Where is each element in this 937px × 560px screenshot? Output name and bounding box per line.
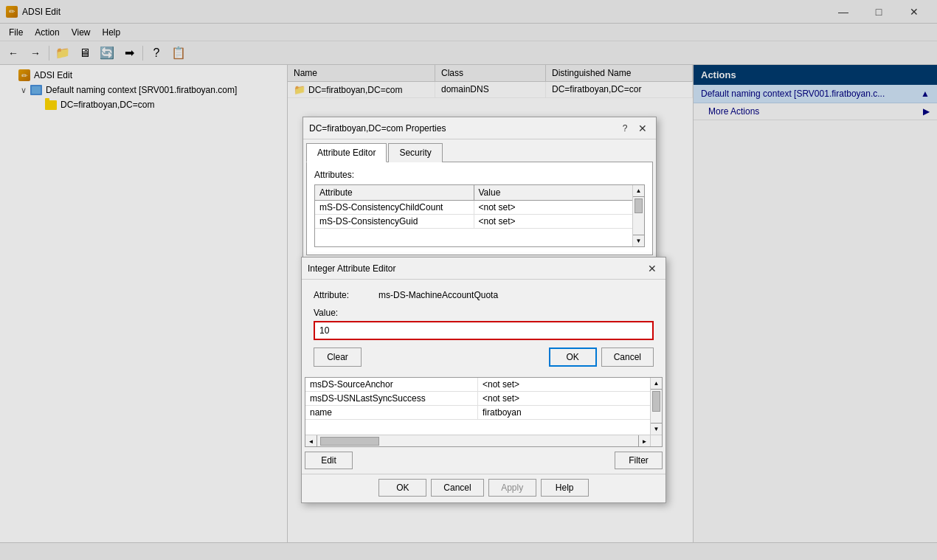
attrs-scrollbar-y[interactable]: ▲ ▼	[632, 185, 644, 246]
scroll-corner	[650, 435, 662, 446]
edit-button[interactable]: Edit	[305, 452, 353, 469]
scrollbar-track	[633, 197, 644, 235]
properties-dialog: DC=firatboyan,DC=com Properties ? ✕ Attr…	[302, 117, 657, 259]
lower-h-thumb	[320, 437, 379, 446]
attrs-cell-attr-2: mS-DS-ConsistencyGuid	[315, 215, 474, 228]
int-cell-val-3: firatboyan	[478, 406, 650, 419]
clear-button[interactable]: Clear	[314, 348, 362, 367]
int-dialog-title: Integer Attribute Editor	[308, 263, 395, 274]
lower-h-track	[317, 435, 638, 446]
props-dialog-content: Attributes: Attribute Value mS-DS-Consis…	[306, 162, 653, 255]
tab-attribute-editor[interactable]: Attribute Editor	[306, 143, 387, 162]
attrs-row-2[interactable]: mS-DS-ConsistencyGuid <not set>	[315, 215, 632, 229]
props-help-button[interactable]: ?	[618, 121, 632, 136]
value-label: Value:	[314, 308, 654, 318]
attribute-value: ms-DS-MachineAccountQuota	[378, 290, 498, 300]
lower-scroll-up[interactable]: ▲	[651, 378, 662, 390]
lower-scroll-track	[651, 390, 662, 423]
int-cell-val-2: <not set>	[478, 392, 650, 405]
value-input[interactable]	[314, 321, 654, 340]
int-cell-attr-3: name	[305, 406, 478, 419]
int-cell-attr-1: msDS-SourceAnchor	[305, 378, 478, 391]
lower-scrollbar-y[interactable]: ▲ ▼	[650, 378, 662, 435]
int-lower-inner: msDS-SourceAnchor <not set> msDS-USNLast…	[305, 378, 662, 420]
attrs-cell-attr-1: mS-DS-ConsistencyChildCount	[315, 201, 474, 214]
cancel-button[interactable]: Cancel	[601, 348, 654, 367]
tab-security[interactable]: Security	[388, 143, 442, 162]
int-btn-left: Clear	[314, 348, 362, 367]
lower-scroll-down[interactable]: ▼	[651, 423, 662, 435]
int-cell-attr-2: msDS-USNLastSyncSuccess	[305, 392, 478, 405]
props-bottom-buttons: OK Cancel Apply Help	[302, 474, 665, 502]
int-attribute-row: Attribute: ms-DS-MachineAccountQuota	[314, 290, 654, 300]
attrs-cell-val-2: <not set>	[474, 215, 633, 228]
lower-scroll-thumb	[652, 391, 660, 412]
scrollbar-down-btn[interactable]: ▼	[633, 235, 644, 246]
int-dialog-titlebar: Integer Attribute Editor ✕	[302, 257, 665, 280]
props-apply-button[interactable]: Apply	[488, 479, 536, 497]
filter-button[interactable]: Filter	[615, 452, 663, 469]
props-dialog-title: DC=firatboyan,DC=com Properties	[309, 123, 446, 134]
int-lower-table: msDS-SourceAnchor <not set> msDS-USNLast…	[305, 377, 663, 447]
attrs-col-attribute: Attribute	[315, 185, 474, 200]
int-btn-row: Clear OK Cancel	[314, 348, 654, 367]
lower-scrollbar-x[interactable]: ◄ ►	[305, 435, 650, 446]
scrollbar-up-btn[interactable]: ▲	[633, 185, 644, 197]
int-row-3[interactable]: name firatboyan	[305, 406, 650, 420]
attributes-label: Attributes:	[314, 170, 645, 180]
props-close-button[interactable]: ✕	[635, 121, 650, 136]
int-cell-val-1: <not set>	[478, 378, 650, 391]
attrs-cell-val-1: <not set>	[474, 201, 633, 214]
attrs-table-inner: Attribute Value mS-DS-ConsistencyChildCo…	[315, 185, 644, 229]
int-row-2[interactable]: msDS-USNLastSyncSuccess <not set>	[305, 392, 650, 406]
int-row-1[interactable]: msDS-SourceAnchor <not set>	[305, 378, 650, 392]
attrs-table-header: Attribute Value	[315, 185, 632, 201]
int-edit-filter-row: Edit Filter	[302, 447, 665, 474]
int-close-button[interactable]: ✕	[645, 261, 660, 276]
props-cancel-button[interactable]: Cancel	[431, 479, 483, 497]
props-dialog-tabs: Attribute Editor Security	[303, 139, 656, 162]
lower-scroll-left[interactable]: ◄	[305, 435, 317, 447]
scrollbar-thumb	[635, 198, 643, 213]
int-dialog-content: Attribute: ms-DS-MachineAccountQuota Val…	[302, 280, 665, 377]
props-help-button2[interactable]: Help	[541, 479, 589, 497]
attrs-scroll-container: Attribute Value mS-DS-ConsistencyChildCo…	[314, 184, 645, 247]
int-attr-dialog: Integer Attribute Editor ✕ Attribute: ms…	[301, 257, 666, 503]
lower-scroll-right[interactable]: ►	[638, 435, 650, 447]
attribute-label: Attribute:	[314, 290, 373, 300]
props-dialog-controls: ? ✕	[618, 121, 650, 136]
props-dialog-titlebar: DC=firatboyan,DC=com Properties ? ✕	[303, 117, 656, 139]
ok-button[interactable]: OK	[549, 348, 597, 367]
attrs-row-1[interactable]: mS-DS-ConsistencyChildCount <not set>	[315, 201, 632, 215]
attrs-col-value: Value	[474, 185, 633, 200]
int-btn-right: OK Cancel	[549, 348, 654, 367]
props-ok-button[interactable]: OK	[378, 479, 426, 497]
